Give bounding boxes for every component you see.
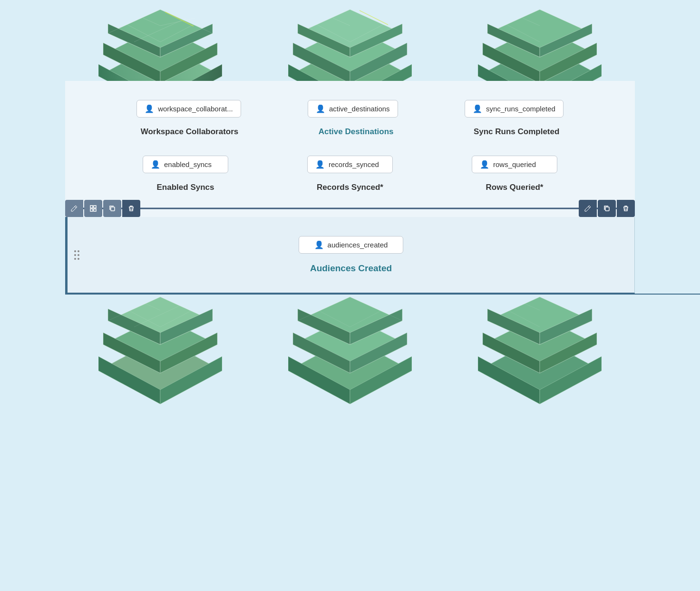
enabled-syncs-tag-label: enabled_syncs (164, 160, 212, 168)
records-synced-tag[interactable]: 👤 records_synced (307, 156, 393, 173)
copy-button-right[interactable] (598, 200, 616, 217)
user-icon-1: 👤 (145, 104, 154, 113)
workspace-collaborators-label: Workspace Collaborators (141, 127, 239, 137)
svg-line-41 (75, 207, 76, 208)
top-tile-2 (288, 0, 412, 81)
active-destinations-label: Active Destinations (313, 127, 399, 137)
svg-rect-46 (111, 207, 115, 211)
active-destinations-tag-label: active_destinations (329, 105, 390, 113)
user-icon-7: 👤 (314, 240, 324, 249)
main-container: 👤 workspace_collaborat... 👤 active_desti… (0, 0, 700, 591)
user-icon-4: 👤 (151, 160, 160, 169)
svg-rect-50 (605, 207, 609, 211)
bottom-tile-2 (288, 295, 412, 414)
svg-rect-43 (94, 206, 96, 208)
audiences-created-label: Audiences Created (308, 263, 394, 274)
selected-metric-content: 👤 audiences_created Audiences Created (106, 236, 596, 274)
sync-runs-completed-tag[interactable]: 👤 sync_runs_completed (465, 100, 564, 118)
bottom-tiles-section (0, 295, 700, 414)
active-destinations-tag[interactable]: 👤 active_destinations (308, 100, 398, 118)
rows-queried-label: Rows Queried* (472, 183, 557, 192)
audiences-created-tag-label: audiences_created (328, 241, 388, 249)
edit-button-right[interactable] (579, 200, 597, 217)
copy-button-left[interactable] (103, 200, 121, 217)
grid-button-left[interactable] (84, 200, 102, 217)
right-toolbar (579, 200, 635, 217)
metrics-section: 👤 workspace_collaborat... 👤 active_desti… (65, 81, 635, 217)
workspace-collaborators-tag-label: workspace_collaborat... (158, 105, 233, 113)
records-synced-tag-label: records_synced (329, 160, 379, 168)
metric-label-row-2: Enabled Syncs Records Synced* Rows Queri… (103, 183, 597, 192)
metric-label-row-1: Workspace Collaborators Active Destinati… (103, 127, 597, 137)
sync-runs-completed-tag-label: sync_runs_completed (486, 105, 555, 113)
selected-metric-row: 👤 audiences_created Audiences Created (65, 217, 635, 294)
left-toolbar (65, 200, 140, 217)
records-synced-label: Records Synced* (307, 183, 393, 192)
metric-tag-row-2: 👤 enabled_syncs 👤 records_synced 👤 rows_… (103, 156, 597, 173)
divider-line (65, 208, 635, 209)
top-tile-3 (478, 0, 602, 81)
top-tile-1 (98, 0, 222, 81)
svg-rect-45 (94, 209, 96, 211)
rows-queried-tag[interactable]: 👤 rows_queried (472, 156, 557, 173)
svg-rect-42 (90, 206, 93, 208)
user-icon-5: 👤 (315, 160, 325, 169)
sync-runs-completed-label: Sync Runs Completed (474, 127, 559, 137)
drag-handle[interactable] (74, 250, 79, 260)
bottom-tile-1 (98, 295, 222, 414)
edit-button-left[interactable] (65, 200, 83, 217)
enabled-syncs-label: Enabled Syncs (143, 183, 228, 192)
enabled-syncs-tag[interactable]: 👤 enabled_syncs (143, 156, 228, 173)
svg-line-49 (588, 207, 590, 208)
audiences-created-tag[interactable]: 👤 audiences_created (299, 236, 403, 254)
bottom-tile-3 (478, 295, 602, 414)
metric-tag-row-1: 👤 workspace_collaborat... 👤 active_desti… (103, 100, 597, 118)
toolbar-divider (65, 200, 635, 217)
user-icon-2: 👤 (316, 104, 325, 113)
user-icon-6: 👤 (480, 160, 489, 169)
delete-button-right[interactable] (617, 200, 635, 217)
rows-queried-tag-label: rows_queried (493, 160, 536, 168)
svg-rect-44 (90, 209, 93, 211)
top-tiles-section (0, 0, 700, 81)
delete-button-left[interactable] (122, 200, 140, 217)
workspace-collaborators-tag[interactable]: 👤 workspace_collaborat... (136, 100, 241, 118)
user-icon-3: 👤 (473, 104, 482, 113)
